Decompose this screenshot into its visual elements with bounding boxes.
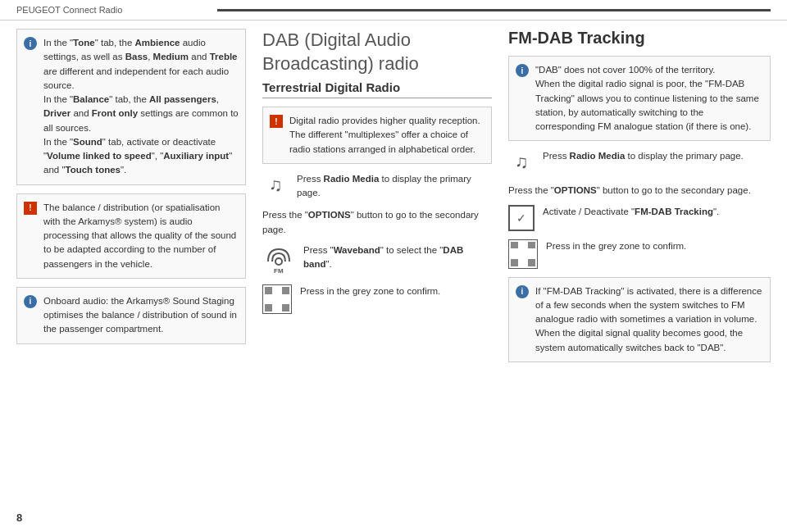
right-column: FM-DAB Tracking i "DAB" does not cover 1… <box>508 29 771 371</box>
grid-cell-r <box>511 242 518 249</box>
info-box-dab-coverage: i "DAB" does not cover 100% of the terri… <box>508 56 771 141</box>
info-icon-dab: i <box>516 64 529 77</box>
music-note-icon-mid: ♫ <box>262 172 289 198</box>
mid-column: DAB (Digital Audio Broadcasting) radio T… <box>262 29 492 371</box>
info-box-tone: i In the "Tone" tab, the Ambience audio … <box>16 29 246 185</box>
warn-text-digital: Digital radio provides higher quality re… <box>289 114 484 157</box>
warn-box-digital: ! Digital radio provides higher quality … <box>262 107 492 164</box>
grid-cell-r <box>528 242 535 249</box>
page-header-title: PEUGEOT Connect Radio <box>16 5 201 15</box>
grid-cell <box>265 304 272 311</box>
warn-icon-digital: ! <box>270 115 283 128</box>
left-column: i In the "Tone" tab, the Ambience audio … <box>16 29 246 371</box>
grid-cell <box>282 304 289 311</box>
grid-cell-r <box>520 242 527 249</box>
grey-zone-text-mid: Press in the grey zone to confirm. <box>300 284 440 298</box>
grid-cell-r <box>520 250 527 257</box>
info-box-onboard: i Onboard audio: the Arkamys® Sound Stag… <box>16 287 246 344</box>
dab-section-title: DAB (Digital Audio Broadcasting) radio <box>262 29 492 75</box>
svg-text:FM: FM <box>274 267 284 275</box>
terrestrial-subtitle: Terrestrial Digital Radio <box>262 80 492 98</box>
checkbox-icon: ✓ <box>508 205 535 231</box>
grid-icon-right <box>508 239 538 269</box>
info-text-onboard: Onboard audio: the Arkamys® Sound Stagin… <box>43 294 239 337</box>
grid-cell-r <box>528 250 535 257</box>
info-text-fmdab: If "FM-DAB Tracking" is activated, there… <box>535 284 763 355</box>
waveband-row: FM Press "Waveband" to select the "DAB b… <box>262 243 492 276</box>
info-icon-2: i <box>24 295 37 308</box>
options-para-right: Press the "OPTIONS" button to go to the … <box>508 184 771 198</box>
grid-cell <box>265 287 272 294</box>
info-icon-fmdab: i <box>516 285 529 298</box>
warn-box-balance: ! The balance / distribution (or spatial… <box>16 193 246 279</box>
fm-dab-tracking-text: Activate / Deactivate "FM-DAB Tracking". <box>543 205 719 219</box>
fm-dab-title: FM-DAB Tracking <box>508 29 771 48</box>
fm-dab-tracking-row: ✓ Activate / Deactivate "FM-DAB Tracking… <box>508 205 771 231</box>
warn-text-balance: The balance / distribution (or spatialis… <box>43 201 239 271</box>
radio-media-text-mid: Press Radio Media to display the primary… <box>297 172 492 201</box>
info-text-tone: In the "Tone" tab, the Ambience audio se… <box>43 36 239 178</box>
grey-zone-row-mid: Press in the grey zone to confirm. <box>262 284 492 314</box>
grid-cell <box>274 304 281 311</box>
warn-icon-1: ! <box>24 202 37 215</box>
grey-zone-row-right: Press in the grey zone to confirm. <box>508 239 771 269</box>
info-icon-1: i <box>24 37 37 50</box>
page-header: PEUGEOT Connect Radio <box>0 0 787 20</box>
music-note-icon-right: ♫ <box>508 149 535 175</box>
options-para-mid: Press the "OPTIONS" button to go to the … <box>262 208 492 237</box>
page-number: 8 <box>16 512 22 524</box>
radio-media-row-right: ♫ Press Radio Media to display the prima… <box>508 149 771 175</box>
grid-cell-r <box>511 250 518 257</box>
grid-cell-r <box>528 259 535 266</box>
grid-cell <box>274 287 281 294</box>
grid-cell-r <box>511 259 518 266</box>
info-box-fmdab-note: i If "FM-DAB Tracking" is activated, the… <box>508 277 771 362</box>
grid-icon-mid <box>262 284 292 314</box>
grid-cell <box>282 287 289 294</box>
radio-media-row-mid: ♫ Press Radio Media to display the prima… <box>262 172 492 201</box>
svg-point-0 <box>275 258 282 265</box>
grid-cell <box>265 296 272 303</box>
info-text-dab: "DAB" does not cover 100% of the territo… <box>535 63 763 134</box>
header-line <box>217 9 771 11</box>
grid-cell <box>282 296 289 303</box>
waveband-text: Press "Waveband" to select the "DAB band… <box>303 243 492 272</box>
fm-waveband-icon: FM <box>262 243 295 276</box>
grid-cell-r <box>520 259 527 266</box>
radio-media-text-right: Press Radio Media to display the primary… <box>543 149 744 163</box>
grey-zone-text-right: Press in the grey zone to confirm. <box>546 239 686 253</box>
main-layout: i In the "Tone" tab, the Ambience audio … <box>0 29 787 371</box>
grid-cell <box>274 296 281 303</box>
